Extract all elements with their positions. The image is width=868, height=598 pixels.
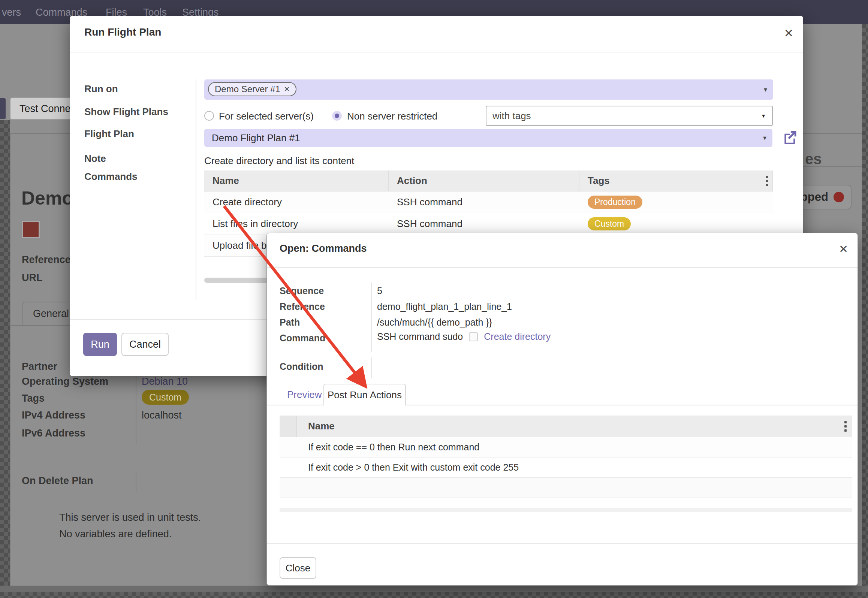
run-on-field[interactable]: Demo Server #1 ✕ ▾ (204, 79, 773, 100)
left-edge-strip (0, 120, 10, 592)
flight-plan-value: Demo Flight Plan #1 (212, 132, 300, 144)
run-on-label: Run on (84, 83, 118, 95)
open-commands-modal: Open: Commands ✕ Sequence 5 Reference de… (266, 233, 858, 586)
cancel-button[interactable]: Cancel (121, 333, 169, 356)
table-row[interactable]: If exit code > 0 then Exit with custom e… (280, 457, 852, 478)
table-row[interactable]: List files in directory SSH command Cust… (204, 213, 773, 235)
server-tag-label: Demo Server #1 (215, 84, 280, 94)
note-value: Create directory and list its content (204, 155, 354, 167)
operating-system-value[interactable]: Debian 10 (142, 376, 188, 387)
table-header-row: Name (280, 416, 852, 437)
ipv4-label: IPv4 Address (22, 410, 85, 421)
flight-plan-select[interactable]: Demo Flight Plan #1 ▾ (204, 129, 772, 147)
cell-tags: Custom (579, 217, 773, 230)
tags-label: Tags (22, 393, 45, 404)
path-value: /such/much/{{ demo_path }} (377, 317, 492, 328)
sequence-label: Sequence (280, 286, 324, 296)
tab-preview[interactable]: Preview (287, 389, 322, 401)
status-dot-icon (834, 192, 844, 202)
close-icon[interactable]: ✕ (839, 244, 848, 255)
ipv6-label: IPv6 Address (22, 428, 85, 439)
ipv4-value: localhost (142, 410, 182, 421)
commands-label: Commands (84, 171, 138, 182)
cell-action: SSH command (389, 218, 579, 230)
command-value: SSH command sudo (377, 331, 463, 342)
radio-non-server-restricted-label[interactable]: Non server restricted (347, 111, 437, 122)
bottom-edge-strip (0, 592, 868, 598)
nav-item-servers[interactable]: vers (2, 7, 21, 18)
partner-label: Partner (22, 361, 57, 372)
table-row[interactable]: Create directory SSH command Production (204, 191, 773, 213)
server-color-swatch[interactable] (22, 221, 40, 238)
path-label: Path (280, 317, 300, 328)
table-options-icon[interactable] (844, 421, 847, 432)
bottom-gray-strip (0, 586, 868, 592)
column-header-name[interactable]: Name (204, 170, 389, 191)
reference-label: Reference (280, 301, 325, 312)
right-edge-strip (862, 24, 868, 592)
select-column[interactable] (280, 416, 297, 437)
tag-badge-custom: Custom (142, 390, 189, 405)
collapsed-side-button[interactable] (0, 98, 6, 119)
header-divider (70, 52, 803, 52)
radio-non-server-restricted[interactable] (332, 111, 342, 121)
tab-underline (10, 325, 70, 326)
with-tags-select[interactable]: with tags ▼ (486, 106, 773, 126)
operating-system-label: Operating System (22, 376, 108, 387)
command-label: Command (280, 333, 325, 344)
column-header-name[interactable]: Name (297, 416, 852, 437)
unit-test-note-line2: No variables are defined. (59, 528, 172, 540)
chevron-down-icon: ▼ (761, 113, 766, 119)
server-page-title: Demo (21, 187, 73, 209)
radio-for-selected-servers[interactable] (204, 111, 214, 121)
radio-for-selected-servers-label[interactable]: For selected server(s) (219, 111, 314, 122)
field-divider (136, 471, 136, 492)
header-divider (267, 267, 858, 268)
tag-remove-icon[interactable]: ✕ (284, 85, 290, 93)
sequence-value: 5 (377, 286, 382, 296)
table-options-icon[interactable] (766, 176, 768, 186)
modal-title: Open: Commands (280, 243, 367, 254)
chevron-down-icon[interactable]: ▾ (764, 85, 767, 94)
note-label: Note (84, 153, 106, 164)
chevron-down-icon: ▾ (763, 134, 766, 142)
label-column-divider (196, 79, 196, 300)
command-link[interactable]: Create directory (484, 331, 551, 342)
unit-test-note-line1: This server is used in unit tests. (59, 512, 201, 523)
close-button[interactable]: Close (280, 557, 316, 579)
flight-plan-label: Flight Plan (84, 128, 134, 140)
content-card-border-left (10, 133, 10, 586)
close-icon[interactable]: ✕ (784, 28, 793, 39)
column-header-tags[interactable]: Tags (579, 170, 773, 191)
cell-name: Create directory (204, 196, 389, 208)
background-heading-fragment: es (805, 151, 822, 167)
tag-badge-production: Production (588, 196, 642, 209)
tag-badge-custom: Custom (588, 217, 631, 230)
with-tags-value: with tags (492, 110, 531, 122)
reference-value: demo_flight_plan_1_plan_line_1 (377, 301, 512, 312)
table-footer-strip (280, 508, 852, 512)
cell-action: SSH command (389, 196, 579, 208)
modal-title: Run Flight Plan (84, 26, 161, 38)
condition-label: Condition (280, 361, 323, 372)
field-divider (371, 283, 372, 352)
footer-divider (267, 543, 858, 544)
post-run-actions-table: Name If exit code == 0 then Run next com… (280, 416, 852, 498)
sudo-checkbox[interactable] (469, 332, 478, 341)
cell-tags: Production (579, 196, 773, 209)
show-flight-plans-label: Show Flight Plans (84, 106, 168, 118)
tab-post-run-actions[interactable]: Post Run Actions (323, 384, 406, 405)
column-header-action[interactable]: Action (389, 170, 579, 191)
table-row-empty (280, 478, 852, 498)
table-header-row: Name Action Tags (204, 170, 773, 191)
external-link-icon[interactable] (782, 129, 798, 145)
status-label-fragment: pped (801, 190, 828, 204)
table-row[interactable]: If exit code == 0 then Run next command (280, 437, 852, 457)
cell-name: List files in directory (204, 218, 389, 230)
command-value-row: SSH command sudo Create directory (377, 331, 551, 342)
condition-divider (371, 357, 372, 378)
screen: vers Commands Files Tools Settings Test … (0, 0, 868, 598)
server-tag[interactable]: Demo Server #1 ✕ (208, 82, 296, 96)
reference-label: Reference (22, 254, 71, 266)
run-button[interactable]: Run (83, 333, 117, 356)
